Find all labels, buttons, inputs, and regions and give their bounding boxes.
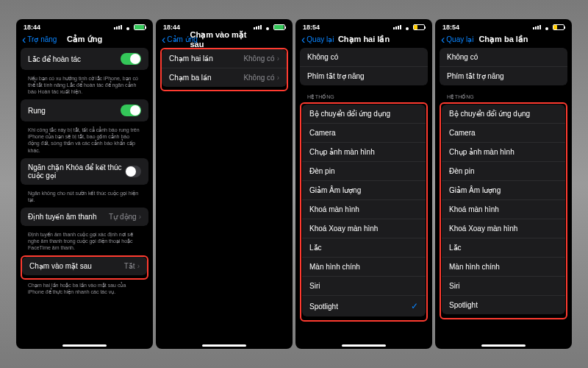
cell-label: Spotlight bbox=[309, 302, 338, 311]
settings-group: Chạm vào mặt sauTắt› bbox=[22, 257, 147, 275]
signal-icon bbox=[114, 25, 122, 29]
status-indicators bbox=[533, 24, 564, 30]
toggle-switch[interactable] bbox=[121, 53, 141, 65]
settings-group: Rung bbox=[21, 99, 148, 121]
settings-cell[interactable]: Màn hình chính bbox=[302, 258, 426, 277]
phone-screen-2: 18:44Cảm ứngChạm vào mặt sauChạm hai lần… bbox=[156, 19, 293, 349]
settings-cell[interactable]: Chụp ảnh màn hình bbox=[302, 143, 426, 162]
cell-label: Siri bbox=[309, 282, 320, 290]
cell-label: Phím tắt trợ năng bbox=[447, 72, 504, 80]
signal-icon bbox=[254, 25, 262, 29]
highlighted-system-group: Bộ chuyển đổi ứng dụngCameraChụp ảnh màn… bbox=[300, 102, 428, 322]
settings-cell[interactable]: Bộ chuyển đổi ứng dụng bbox=[302, 105, 426, 124]
content-area: Không cóPhím tắt trợ năngHỆ THỐNGBộ chuy… bbox=[295, 48, 432, 349]
settings-cell[interactable]: Phím tắt trợ năng bbox=[440, 67, 567, 85]
chevron-right-icon: › bbox=[277, 74, 279, 82]
settings-cell[interactable]: Chụp ảnh màn hình bbox=[442, 143, 565, 162]
signal-icon bbox=[533, 25, 541, 29]
battery-icon bbox=[413, 24, 425, 30]
home-indicator[interactable] bbox=[62, 344, 107, 347]
nav-bar: Quay lạiChạm hai lần bbox=[295, 32, 432, 48]
group-footer: Ngăn không cho nút sườn kết thúc cuộc gọ… bbox=[21, 188, 148, 208]
cell-label: Lắc bbox=[449, 244, 462, 252]
nav-bar: Trợ năngCảm ứng bbox=[16, 32, 153, 48]
settings-cell[interactable]: Đèn pin bbox=[302, 162, 426, 181]
cell-label: Chụp ảnh màn hình bbox=[449, 148, 514, 156]
cell-label: Bộ chuyển đổi ứng dụng bbox=[309, 110, 390, 118]
highlighted-system-group: Bộ chuyển đổi ứng dụngCameraChụp ảnh màn… bbox=[440, 102, 567, 319]
back-button[interactable]: Trợ năng bbox=[22, 35, 57, 43]
settings-cell[interactable]: Không có bbox=[440, 48, 567, 67]
settings-cell[interactable]: Phím tắt trợ năng bbox=[300, 67, 428, 85]
settings-cell[interactable]: Màn hình chính bbox=[442, 258, 565, 277]
settings-group: Không cóPhím tắt trợ năng bbox=[440, 48, 567, 85]
status-time: 18:44 bbox=[163, 24, 180, 31]
nav-title: Cảm ứng bbox=[67, 35, 102, 44]
section-header: HỆ THỐNG bbox=[440, 88, 567, 102]
status-bar: 18:54 bbox=[295, 19, 432, 32]
settings-cell[interactable]: Đèn pin bbox=[442, 162, 565, 181]
settings-cell[interactable]: Lắc bbox=[302, 238, 426, 258]
settings-cell[interactable]: Chạm ba lầnKhông có› bbox=[162, 68, 287, 87]
settings-cell[interactable]: Giảm Âm lượng bbox=[442, 181, 565, 200]
status-indicators bbox=[114, 24, 146, 30]
cell-label: Chạm ba lần bbox=[169, 74, 212, 82]
cell-label: Siri bbox=[449, 282, 459, 290]
settings-cell[interactable]: Khoá Xoay màn hình bbox=[302, 219, 426, 238]
cell-label: Lắc để hoàn tác bbox=[28, 55, 81, 63]
settings-cell[interactable]: Chạm hai lầnKhông có› bbox=[162, 49, 287, 68]
section-header: HỆ THỐNG bbox=[300, 88, 428, 102]
settings-cell[interactable]: Bộ chuyển đổi ứng dụng bbox=[442, 105, 565, 124]
settings-group: Chạm hai lầnKhông có›Chạm ba lầnKhông có… bbox=[162, 49, 287, 87]
status-indicators bbox=[393, 24, 425, 30]
settings-cell[interactable]: Rung bbox=[21, 99, 148, 121]
status-time: 18:54 bbox=[442, 24, 459, 31]
cell-label: Bộ chuyển đổi ứng dụng bbox=[449, 110, 530, 118]
settings-cell[interactable]: Không có bbox=[300, 48, 428, 67]
status-time: 18:44 bbox=[24, 24, 40, 31]
settings-cell[interactable]: Camera bbox=[442, 124, 565, 143]
content-area: Lắc để hoàn tácNếu bạn có xu hướng tình … bbox=[16, 48, 153, 349]
settings-cell[interactable]: Lắc để hoàn tác bbox=[21, 48, 148, 70]
wifi-icon bbox=[124, 24, 132, 30]
nav-bar: Cảm ứngChạm vào mặt sau bbox=[156, 32, 293, 48]
settings-cell[interactable]: Khoá màn hình bbox=[302, 200, 426, 219]
home-indicator[interactable] bbox=[342, 344, 386, 347]
status-time: 18:54 bbox=[303, 24, 320, 31]
settings-cell[interactable]: Lắc bbox=[442, 238, 565, 258]
settings-cell[interactable]: Chạm vào mặt sauTắt› bbox=[22, 257, 147, 275]
status-bar: 18:44 bbox=[16, 19, 153, 32]
battery-icon bbox=[134, 24, 146, 30]
phone-screen-1: 18:44Trợ năngCảm ứngLắc để hoàn tácNếu b… bbox=[16, 19, 153, 349]
toggle-switch[interactable] bbox=[125, 166, 141, 177]
group-footer: Định tuyến âm thanh cuộc gọi xác định nơ… bbox=[21, 229, 148, 255]
cell-label: Màn hình chính bbox=[449, 263, 500, 271]
chevron-right-icon: › bbox=[137, 262, 140, 270]
settings-cell[interactable]: Spotlight bbox=[442, 296, 565, 314]
settings-cell[interactable]: Camera bbox=[302, 124, 426, 143]
settings-cell[interactable]: Định tuyến âm thanhTự động› bbox=[21, 208, 148, 226]
settings-cell[interactable]: Khoá màn hình bbox=[442, 200, 565, 219]
settings-cell[interactable]: Khoá Xoay màn hình bbox=[442, 219, 565, 238]
cell-label: Đèn pin bbox=[449, 167, 474, 175]
settings-cell[interactable]: Giảm Âm lượng bbox=[302, 181, 426, 200]
cell-label: Camera bbox=[449, 129, 476, 137]
nav-title: Chạm vào mặt sau bbox=[190, 30, 259, 49]
wifi-icon bbox=[264, 24, 271, 30]
group-footer: Nếu bạn có xu hướng tình cờ lắc iPhone, … bbox=[21, 73, 148, 99]
settings-cell[interactable]: Siri bbox=[442, 277, 565, 296]
settings-cell[interactable]: Spotlight✓ bbox=[302, 296, 426, 316]
highlighted-group: Chạm hai lầnKhông có›Chạm ba lầnKhông có… bbox=[160, 48, 288, 91]
home-indicator[interactable] bbox=[481, 344, 526, 347]
back-button[interactable]: Quay lại bbox=[441, 35, 473, 43]
back-button[interactable]: Quay lại bbox=[301, 35, 334, 43]
settings-cell[interactable]: Siri bbox=[302, 277, 426, 296]
toggle-switch[interactable] bbox=[121, 105, 141, 116]
settings-cell[interactable]: Ngăn chặn Khóa để kết thúc cuộc gọi bbox=[21, 158, 148, 185]
cell-label: Không có bbox=[447, 53, 478, 61]
status-indicators bbox=[254, 24, 285, 30]
cell-value: Tự động› bbox=[109, 213, 141, 221]
cell-label: Khoá màn hình bbox=[309, 205, 359, 213]
home-indicator[interactable] bbox=[202, 344, 246, 347]
nav-bar: Quay lạiChạm ba lần bbox=[435, 32, 572, 48]
